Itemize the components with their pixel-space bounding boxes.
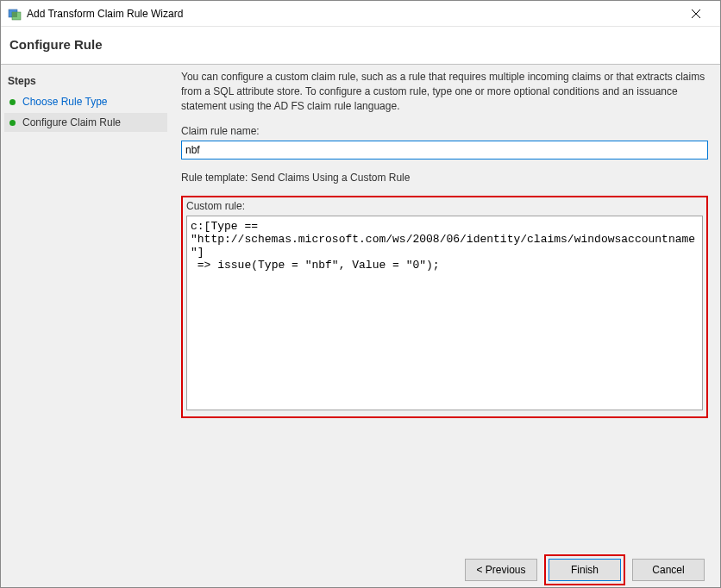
custom-rule-textarea[interactable]	[186, 216, 703, 410]
window-title: Add Transform Claim Rule Wizard	[27, 8, 679, 20]
rule-template-text: Rule template: Send Claims Using a Custo…	[181, 172, 708, 184]
content-area: Steps Choose Rule Type Configure Claim R…	[1, 65, 720, 548]
cancel-button[interactable]: Cancel	[632, 559, 705, 581]
previous-button[interactable]: < Previous	[465, 559, 537, 581]
sidebar-item-choose-rule-type[interactable]: Choose Rule Type	[4, 92, 167, 111]
close-icon[interactable]	[679, 1, 713, 26]
custom-rule-highlight: Custom rule:	[181, 196, 708, 418]
steps-sidebar: Steps Choose Rule Type Configure Claim R…	[1, 65, 169, 548]
sidebar-item-label: Choose Rule Type	[22, 96, 108, 108]
claim-rule-name-input[interactable]	[181, 141, 708, 160]
sidebar-item-label: Configure Claim Rule	[22, 116, 121, 128]
wizard-header: Configure Rule	[1, 27, 720, 65]
title-bar: Add Transform Claim Rule Wizard	[1, 1, 720, 27]
page-title: Configure Rule	[9, 37, 712, 52]
button-bar: < Previous Finish Cancel	[1, 548, 720, 588]
main-panel: You can configure a custom claim rule, s…	[169, 65, 720, 548]
finish-button[interactable]: Finish	[549, 559, 621, 581]
step-dot-icon	[9, 99, 16, 105]
intro-description: You can configure a custom claim rule, s…	[181, 70, 708, 113]
claim-rule-name-label: Claim rule name:	[181, 125, 708, 137]
steps-heading: Steps	[4, 72, 167, 92]
step-dot-icon	[9, 120, 16, 126]
finish-highlight: Finish	[544, 554, 625, 585]
sidebar-item-configure-claim-rule[interactable]: Configure Claim Rule	[4, 113, 167, 132]
app-icon	[8, 7, 22, 21]
custom-rule-label: Custom rule:	[186, 200, 703, 212]
